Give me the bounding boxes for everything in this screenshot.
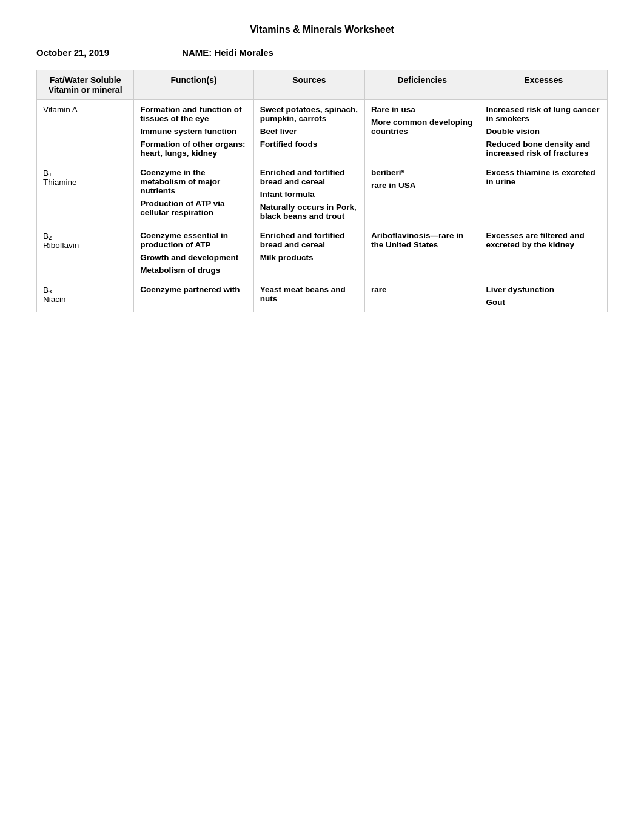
functions-cell-2: Coenzyme essential in production of ATPG…: [134, 226, 254, 280]
excesses-cell-3: Liver dysfunctionGout: [480, 280, 607, 312]
name-label: NAME: Heidi Morales: [182, 47, 273, 58]
deficiencies-cell-2: Ariboflavinosis—rare in the United State…: [364, 226, 480, 280]
page-title: Vitamins & Minerals Worksheet: [36, 24, 608, 35]
date-label: October 21, 2019: [36, 47, 109, 58]
deficiencies-cell-0: Rare in usaMore common developing countr…: [364, 100, 480, 163]
deficiencies-cell-1: beriberi*rare in USA: [364, 163, 480, 226]
functions-cell-0: Formation and function of tissues of the…: [134, 100, 254, 163]
col-header-deficiencies: Deficiencies: [364, 70, 480, 100]
sources-cell-2: Enriched and fortified bread and cerealM…: [253, 226, 364, 280]
vitamin-name-2: B₂ Riboflavin: [37, 226, 134, 280]
vitamin-name-1: B₁ Thiamine: [37, 163, 134, 226]
sources-cell-3: Yeast meat beans and nuts: [253, 280, 364, 312]
col-header-function: Function(s): [134, 70, 254, 100]
col-header-vitamin: Fat/Water Soluble Vitamin or mineral: [37, 70, 134, 100]
vitamin-name-0: Vitamin A: [37, 100, 134, 163]
deficiencies-cell-3: rare: [364, 280, 480, 312]
excesses-cell-0: Increased risk of lung cancer in smokers…: [480, 100, 607, 163]
vitamins-table: Fat/Water Soluble Vitamin or mineral Fun…: [36, 70, 608, 312]
col-header-excesses: Excesses: [480, 70, 607, 100]
functions-cell-3: Coenzyme partnered with: [134, 280, 254, 312]
vitamin-name-3: B₃ Niacin: [37, 280, 134, 312]
sources-cell-0: Sweet potatoes, spinach, pumpkin, carrot…: [253, 100, 364, 163]
col-header-sources: Sources: [253, 70, 364, 100]
excesses-cell-1: Excess thiamine is excreted in urine: [480, 163, 607, 226]
functions-cell-1: Coenzyme in the metabolism of major nutr…: [134, 163, 254, 226]
excesses-cell-2: Excesses are filtered and excreted by th…: [480, 226, 607, 280]
sources-cell-1: Enriched and fortified bread and cerealI…: [253, 163, 364, 226]
